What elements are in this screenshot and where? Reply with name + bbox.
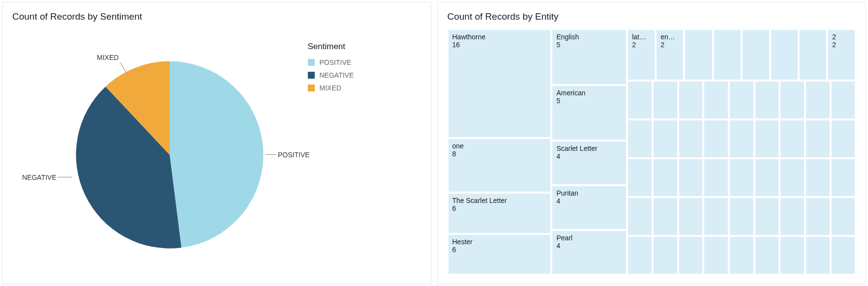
treemap-cell-small[interactable] bbox=[653, 236, 678, 275]
treemap-cell-small[interactable] bbox=[678, 158, 704, 197]
treemap-cell-small[interactable] bbox=[684, 29, 713, 81]
treemap-cell-small[interactable] bbox=[713, 29, 742, 81]
treemap-cell-small[interactable] bbox=[805, 158, 831, 197]
treemap-cell-small[interactable] bbox=[770, 29, 799, 81]
treemap-cell-small[interactable] bbox=[678, 81, 704, 119]
entity-title: Count of Records by Entity bbox=[448, 11, 856, 22]
treemap-cell-small[interactable] bbox=[703, 236, 729, 275]
treemap-cell-value: 8 bbox=[449, 150, 551, 158]
treemap-cell-small[interactable] bbox=[805, 81, 831, 119]
treemap-cell-2[interactable]: 22 bbox=[827, 29, 856, 81]
treemap-cell-small[interactable] bbox=[627, 119, 653, 158]
treemap-cell-label: lat… bbox=[628, 30, 655, 41]
treemap-cell-pearl[interactable]: Pearl4 bbox=[551, 230, 627, 275]
treemap-cell-small[interactable] bbox=[729, 236, 754, 275]
treemap-cell-label: Scarlet Letter bbox=[552, 142, 626, 152]
treemap-cell-small[interactable] bbox=[779, 158, 805, 197]
treemap-cell-small[interactable] bbox=[678, 197, 704, 236]
treemap-cell-the-scarlet-letter[interactable]: The Scarlet Letter6 bbox=[448, 193, 552, 233]
treemap-cell-small[interactable] bbox=[627, 81, 653, 119]
label-positive: POSITIVE bbox=[278, 151, 310, 159]
treemap-cell-small[interactable] bbox=[831, 197, 856, 236]
treemap-cell-lat-[interactable]: lat…2 bbox=[627, 29, 656, 81]
treemap-cell-value: 2 bbox=[657, 41, 683, 49]
label-mixed: MIXED bbox=[97, 54, 119, 61]
treemap-cell-value: 4 bbox=[552, 242, 626, 250]
treemap-cell-value: 2 bbox=[828, 41, 855, 49]
treemap-cell-small[interactable] bbox=[779, 81, 805, 119]
treemap-cell-value: 4 bbox=[552, 197, 626, 205]
treemap-cell-small[interactable] bbox=[754, 81, 780, 119]
treemap-cell-scarlet-letter[interactable]: Scarlet Letter4 bbox=[551, 141, 627, 185]
treemap-cell-small[interactable] bbox=[703, 81, 729, 119]
treemap-cell-small[interactable] bbox=[678, 236, 704, 275]
leader-negative bbox=[58, 177, 72, 177]
treemap-cell-label: one bbox=[449, 139, 551, 150]
treemap-cell-label: Puritan bbox=[552, 186, 626, 197]
treemap-cell-small[interactable] bbox=[779, 119, 805, 158]
treemap-cell-one[interactable]: one8 bbox=[448, 138, 552, 193]
treemap-cell-label: 2 bbox=[828, 30, 855, 41]
treemap-cell-small[interactable] bbox=[678, 119, 704, 158]
treemap-cell-american[interactable]: American5 bbox=[551, 85, 627, 141]
treemap-cell-value: 16 bbox=[449, 41, 551, 49]
treemap-cell-small[interactable] bbox=[729, 81, 754, 119]
label-negative: NEGATIVE bbox=[22, 173, 57, 181]
legend-item-mixed[interactable]: MIXED bbox=[308, 84, 391, 92]
pie-chart[interactable]: POSITIVE NEGATIVE MIXED Sentiment POSITI… bbox=[12, 27, 421, 275]
treemap-chart[interactable]: Hawthorne16one8The Scarlet Letter6Hester… bbox=[448, 29, 856, 275]
treemap-cell-value: 4 bbox=[552, 152, 626, 160]
swatch-positive bbox=[308, 59, 315, 66]
treemap-cell-small[interactable] bbox=[831, 81, 856, 119]
treemap-cell-hester[interactable]: Hester6 bbox=[448, 234, 552, 275]
swatch-mixed bbox=[308, 85, 315, 91]
sentiment-title: Count of Records by Sentiment bbox=[12, 11, 421, 22]
treemap-cell-small[interactable] bbox=[653, 158, 678, 197]
pie-svg bbox=[71, 47, 268, 263]
treemap-cell-small[interactable] bbox=[703, 158, 729, 197]
treemap-cell-english[interactable]: English5 bbox=[551, 29, 627, 85]
treemap-cell-label: Hester bbox=[449, 235, 551, 246]
treemap-cell-small[interactable] bbox=[729, 158, 754, 197]
treemap-cell-small[interactable] bbox=[729, 197, 754, 236]
treemap-cell-small[interactable] bbox=[754, 119, 780, 158]
treemap-cell-small[interactable] bbox=[627, 197, 653, 236]
treemap-cell-small[interactable] bbox=[754, 236, 780, 275]
swatch-negative bbox=[308, 72, 315, 79]
treemap-cell-small[interactable] bbox=[653, 81, 678, 119]
treemap-cell-small[interactable] bbox=[831, 119, 856, 158]
treemap-cell-hawthorne[interactable]: Hawthorne16 bbox=[448, 29, 552, 138]
treemap-cell-en-[interactable]: en…2 bbox=[656, 29, 684, 81]
treemap-cell-value: 2 bbox=[628, 41, 655, 49]
treemap-cell-small[interactable] bbox=[653, 119, 678, 158]
treemap-cell-small[interactable] bbox=[627, 158, 653, 197]
treemap-cell-puritan[interactable]: Puritan4 bbox=[551, 185, 627, 230]
sentiment-panel: Count of Records by Sentiment POSITIVE N… bbox=[2, 2, 431, 284]
treemap-cell-small[interactable] bbox=[703, 197, 729, 236]
treemap-cell-small[interactable] bbox=[799, 29, 827, 81]
treemap-cell-label: American bbox=[552, 86, 626, 97]
treemap-cell-small[interactable] bbox=[805, 119, 831, 158]
slice-positive[interactable] bbox=[170, 61, 263, 248]
treemap-cell-small[interactable] bbox=[831, 158, 856, 197]
treemap-cell-small[interactable] bbox=[754, 158, 780, 197]
treemap-cell-small[interactable] bbox=[805, 197, 831, 236]
legend-item-negative[interactable]: NEGATIVE bbox=[308, 71, 391, 79]
treemap-cell-label: English bbox=[552, 30, 626, 41]
treemap-cell-small[interactable] bbox=[805, 236, 831, 275]
treemap-cell-label: The Scarlet Letter bbox=[449, 194, 551, 204]
legend: Sentiment POSITIVE NEGATIVE MIXED bbox=[308, 42, 391, 97]
treemap-cell-small[interactable] bbox=[703, 119, 729, 158]
treemap-cell-small[interactable] bbox=[627, 236, 653, 275]
treemap-cell-small[interactable] bbox=[779, 197, 805, 236]
legend-item-positive[interactable]: POSITIVE bbox=[308, 58, 391, 66]
treemap-cell-small[interactable] bbox=[779, 236, 805, 275]
treemap-cell-small[interactable] bbox=[754, 197, 780, 236]
treemap-cell-label: Hawthorne bbox=[449, 30, 551, 41]
treemap-cell-small[interactable] bbox=[742, 29, 770, 81]
treemap-cell-small[interactable] bbox=[729, 119, 754, 158]
treemap-cell-small[interactable] bbox=[653, 197, 678, 236]
treemap-cell-value: 6 bbox=[449, 246, 551, 254]
treemap-cell-value: 6 bbox=[449, 204, 551, 212]
treemap-cell-small[interactable] bbox=[831, 236, 856, 275]
